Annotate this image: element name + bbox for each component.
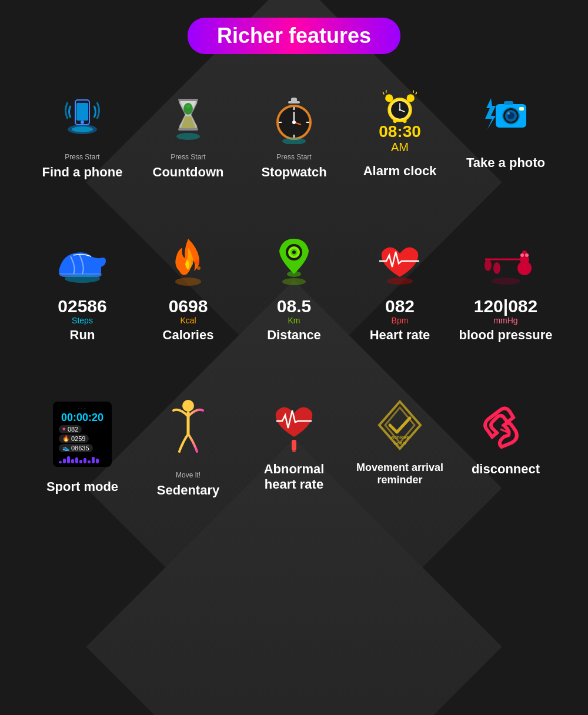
- feature-bp: 120|082 mmHg blood pressure: [453, 227, 559, 349]
- heart-icon: ♥: [62, 426, 66, 432]
- heartrate-unit: Bpm: [392, 316, 409, 325]
- svg-point-61: [292, 450, 296, 452]
- feature-run: 02586 Steps Run: [29, 227, 135, 349]
- svg-rect-10: [288, 101, 300, 103]
- fire-icon: [165, 236, 212, 289]
- sport-mode-label: Sport mode: [46, 479, 118, 495]
- feature-disconnect: disconnect: [453, 390, 559, 504]
- svg-point-45: [292, 250, 296, 254]
- sedentary-label: Sedentary: [157, 483, 219, 498]
- feature-alarm: 08:30 AM Alarm clock: [347, 83, 453, 186]
- calories-label: Calories: [163, 328, 214, 343]
- calories-unit: Kcal: [180, 316, 196, 325]
- movement-icon-area: Achieve Goals: [370, 396, 429, 455]
- distance-stat: 08.5: [277, 296, 311, 316]
- disconnect-icon-area: [476, 396, 535, 455]
- svg-point-54: [493, 262, 500, 274]
- sport-cal-val: 0259: [71, 435, 85, 442]
- chain-icon: [479, 399, 532, 452]
- shoe-icon: [53, 239, 112, 286]
- svg-point-55: [520, 253, 524, 257]
- feature-row-1: Press Start Find a phone: [12, 83, 576, 186]
- camera-icon: [479, 95, 532, 142]
- wave-2: [63, 459, 66, 463]
- find-phone-icon-area: [53, 89, 112, 148]
- svg-point-4: [72, 126, 93, 132]
- feature-sedentary: Move it! Sedentary: [135, 390, 241, 504]
- bp-icon: [476, 239, 535, 286]
- svg-point-48: [387, 278, 413, 285]
- sedentary-move-label: Move it!: [176, 471, 201, 479]
- bp-icon-area: [476, 233, 535, 292]
- svg-point-40: [197, 266, 201, 270]
- feature-sport-mode: --- 00:00:20 ♥ 082 🔥 0259: [29, 390, 135, 504]
- bp-stat: 120|082: [474, 296, 538, 316]
- distance-icon-area: [265, 233, 323, 292]
- stopwatch-icon: [270, 94, 318, 144]
- distance-label: Distance: [267, 328, 321, 343]
- alarm-label: Alarm clock: [363, 163, 437, 179]
- sport-steps-val: 08635: [71, 445, 89, 452]
- feature-abnormal-heart: Abnormal heart rate: [241, 390, 347, 504]
- wave-8: [88, 460, 91, 463]
- feature-countdown: Press Start Countdown: [135, 83, 241, 186]
- feature-distance: 08.5 Km Distance: [241, 227, 347, 349]
- heart-rate-icon: [373, 239, 426, 286]
- svg-text:Goals: Goals: [393, 440, 407, 446]
- phone-icon: [59, 94, 106, 144]
- svg-point-2: [81, 121, 84, 124]
- feature-heartrate: 082 Bpm Heart rate: [347, 227, 453, 349]
- svg-point-47: [282, 278, 306, 285]
- svg-rect-60: [292, 440, 296, 450]
- bp-unit: mmHg: [493, 316, 517, 325]
- abnormal-heart-icon-area: [265, 396, 323, 455]
- countdown-icon-area: [159, 89, 218, 148]
- sport-mode-icon-area: --- 00:00:20 ♥ 082 🔥 0259: [53, 396, 112, 472]
- svg-point-56: [525, 253, 529, 257]
- run-icon-area: [53, 233, 112, 292]
- find-phone-sub-label: Press Start: [65, 153, 99, 161]
- svg-point-53: [485, 259, 492, 271]
- hourglass-icon: [165, 94, 212, 144]
- feature-photo: Take a photo: [453, 83, 559, 186]
- bp-label: blood pressure: [459, 328, 553, 343]
- fire-small-icon: 🔥: [62, 435, 69, 442]
- sport-steps-badge: 👟 08635: [59, 444, 93, 452]
- sport-heart-val: 082: [68, 426, 78, 433]
- svg-rect-1: [76, 103, 88, 121]
- wave-1: [59, 461, 62, 463]
- alarm-am: AM: [379, 140, 421, 154]
- calories-icon-area: [159, 233, 218, 292]
- feature-stopwatch: Press Start Stopwatch: [241, 83, 347, 186]
- movement-label: Movement arrival reminder: [356, 462, 443, 486]
- stopwatch-icon-area: [265, 89, 323, 148]
- wave-10: [96, 459, 99, 463]
- svg-point-39: [195, 260, 199, 265]
- run-label: Run: [70, 328, 95, 343]
- wave-9: [92, 457, 95, 463]
- feature-row-2: 02586 Steps Run 0698 Kcal: [12, 227, 576, 349]
- run-unit: Steps: [72, 316, 93, 325]
- svg-point-28: [399, 109, 400, 111]
- disconnect-label: disconnect: [472, 462, 540, 477]
- stopwatch-sub-label: Press Start: [276, 153, 311, 161]
- stopwatch-label: Stopwatch: [261, 165, 326, 180]
- wave-7: [83, 458, 86, 463]
- sport-display: --- 00:00:20 ♥ 082 🔥 0259: [53, 402, 112, 467]
- heartrate-label: Heart rate: [370, 328, 430, 343]
- svg-point-8: [176, 133, 200, 140]
- distance-unit: Km: [288, 316, 300, 325]
- wave-4: [71, 459, 74, 463]
- svg-point-20: [282, 138, 306, 144]
- feature-find-phone: Press Start Find a phone: [29, 83, 135, 186]
- alarm-time: 08:30: [379, 123, 421, 140]
- run-stat: 02586: [58, 296, 106, 316]
- photo-label: Take a photo: [466, 155, 545, 171]
- person-icon: [168, 399, 209, 463]
- find-phone-label: Find a phone: [42, 165, 123, 180]
- countdown-label: Countdown: [153, 165, 224, 180]
- svg-text:Achieve: Achieve: [391, 435, 409, 440]
- sedentary-icon-area: [159, 396, 218, 466]
- sport-cal-badge: 🔥 0259: [59, 435, 89, 443]
- alarm-icon: [376, 89, 423, 123]
